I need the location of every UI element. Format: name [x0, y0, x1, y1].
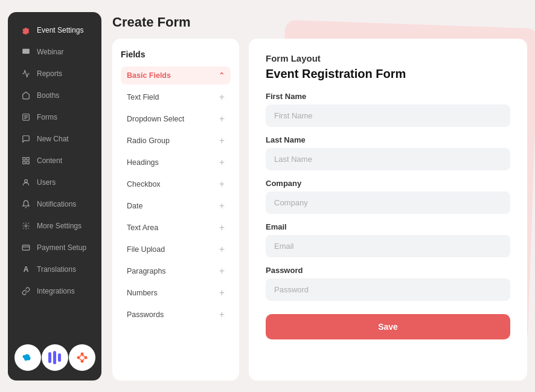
add-field-icon[interactable]: + [219, 309, 225, 320]
field-label: Radio Group [127, 137, 170, 145]
add-field-icon[interactable]: + [219, 288, 225, 298]
field-label: Headings [127, 158, 159, 167]
field-item-text-area[interactable]: Text Area + [121, 217, 231, 238]
monitor-icon [21, 47, 31, 57]
first-name-input[interactable] [266, 104, 510, 127]
salesforce-logo[interactable] [14, 344, 41, 371]
sidebar-item-event-settings[interactable]: Event Settings [11, 20, 98, 40]
sidebar-item-users[interactable]: Users [11, 172, 98, 193]
form-field-password: Password [266, 266, 510, 301]
field-label: File Upload [127, 245, 165, 254]
sidebar-item-label: Notifications [37, 200, 76, 208]
svg-line-17 [82, 355, 85, 356]
field-label: Checkbox [127, 180, 161, 188]
sidebar-item-label: Booths [37, 91, 59, 100]
sidebar-item-label: Payment Setup [37, 243, 86, 252]
field-label: Text Area [127, 223, 158, 232]
stripe-bar-1 [48, 352, 51, 363]
form-layout-title: Form Layout [266, 53, 510, 63]
sidebar-item-forms[interactable]: Forms [11, 107, 98, 127]
add-field-icon[interactable]: + [219, 114, 225, 124]
form-field-last-name: Last Name [266, 135, 510, 170]
field-label: Text Field [127, 93, 159, 101]
field-item-paragraphs[interactable]: Paragraphs + [121, 261, 231, 281]
add-field-icon[interactable]: + [219, 266, 225, 277]
email-input[interactable] [266, 235, 510, 257]
svg-rect-7 [23, 161, 25, 164]
sidebar-item-translations[interactable]: A Translations [11, 259, 98, 280]
add-field-icon[interactable]: + [219, 244, 225, 255]
sidebar-item-label: Content [37, 156, 62, 165]
reports-icon [21, 69, 31, 79]
field-item-dropdown-select[interactable]: Dropdown Select + [121, 109, 231, 129]
sidebar-item-label: More Settings [37, 222, 82, 230]
settings-icon [21, 221, 31, 231]
sidebar-item-content[interactable]: Content [11, 150, 98, 171]
field-item-radio-group[interactable]: Radio Group + [121, 130, 231, 151]
content-row: Fields Basic Fields ⌃ Text Field + Dropd… [112, 39, 527, 381]
stripe-logo[interactable] [42, 344, 68, 371]
sidebar-item-notifications[interactable]: Notifications [11, 194, 98, 214]
sidebar-item-label: Users [37, 178, 56, 187]
add-field-icon[interactable]: + [219, 92, 225, 103]
svg-point-16 [77, 356, 80, 359]
sidebar-item-integrations[interactable]: Integrations [11, 281, 98, 301]
first-name-label: First Name [266, 92, 510, 101]
save-button[interactable]: Save [266, 314, 510, 339]
sidebar-item-label: Forms [37, 113, 57, 121]
gear-icon [21, 25, 31, 35]
field-item-text-field[interactable]: Text Field + [121, 87, 231, 108]
last-name-input[interactable] [266, 148, 510, 170]
sidebar-item-reports[interactable]: Reports [11, 63, 98, 84]
svg-line-19 [80, 359, 82, 360]
svg-line-20 [80, 355, 82, 356]
field-item-passwords[interactable]: Passwords + [121, 304, 231, 325]
company-input[interactable] [266, 191, 510, 214]
field-label: Date [127, 202, 143, 210]
field-item-numbers[interactable]: Numbers + [121, 283, 231, 303]
add-field-icon[interactable]: + [219, 179, 225, 190]
password-input[interactable] [266, 278, 510, 301]
field-item-date[interactable]: Date + [121, 196, 231, 216]
stripe-bars-icon [48, 351, 61, 364]
svg-point-9 [25, 179, 28, 182]
svg-point-10 [25, 225, 27, 227]
sidebar-item-more-settings[interactable]: More Settings [11, 216, 98, 236]
field-label: Dropdown Select [127, 115, 184, 123]
sidebar-item-label: Event Settings [37, 26, 83, 34]
field-label: Numbers [127, 289, 158, 297]
content-icon [21, 156, 31, 165]
sidebar: Event Settings Webinar Reports Booths Fo [8, 12, 101, 381]
stripe-bar-2 [53, 351, 56, 364]
category-label: Basic Fields [127, 71, 171, 80]
sidebar-item-new-chat[interactable]: New Chat [11, 129, 98, 149]
add-field-icon[interactable]: + [219, 135, 225, 146]
field-item-headings[interactable]: Headings + [121, 152, 231, 173]
sidebar-item-booths[interactable]: Booths [11, 85, 98, 106]
forms-icon [21, 112, 31, 122]
payment-icon [21, 243, 31, 252]
add-field-icon[interactable]: + [219, 222, 225, 233]
chevron-up-icon: ⌃ [219, 71, 225, 80]
sidebar-item-payment-setup[interactable]: Payment Setup [11, 237, 98, 258]
add-field-icon[interactable]: + [219, 157, 225, 168]
svg-rect-11 [22, 245, 30, 249]
svg-rect-8 [27, 161, 29, 164]
sidebar-item-label: New Chat [37, 135, 69, 143]
hubspot-logo[interactable] [69, 344, 95, 371]
basic-fields-category[interactable]: Basic Fields ⌃ [121, 66, 231, 85]
stripe-bar-3 [58, 353, 61, 362]
add-field-icon[interactable]: + [219, 201, 225, 211]
svg-line-18 [83, 359, 84, 360]
booths-icon [21, 91, 31, 100]
field-item-checkbox[interactable]: Checkbox + [121, 174, 231, 194]
form-layout-panel: Form Layout Event Registration Form Firs… [249, 39, 527, 381]
form-name: Event Registration Form [266, 67, 510, 81]
svg-rect-0 [22, 48, 30, 53]
sidebar-item-webinar[interactable]: Webinar [11, 42, 98, 62]
integration-logos [8, 335, 101, 373]
users-icon [21, 178, 31, 187]
form-field-email: Email [266, 222, 510, 257]
field-item-file-upload[interactable]: File Upload + [121, 239, 231, 260]
translations-icon: A [21, 265, 31, 274]
